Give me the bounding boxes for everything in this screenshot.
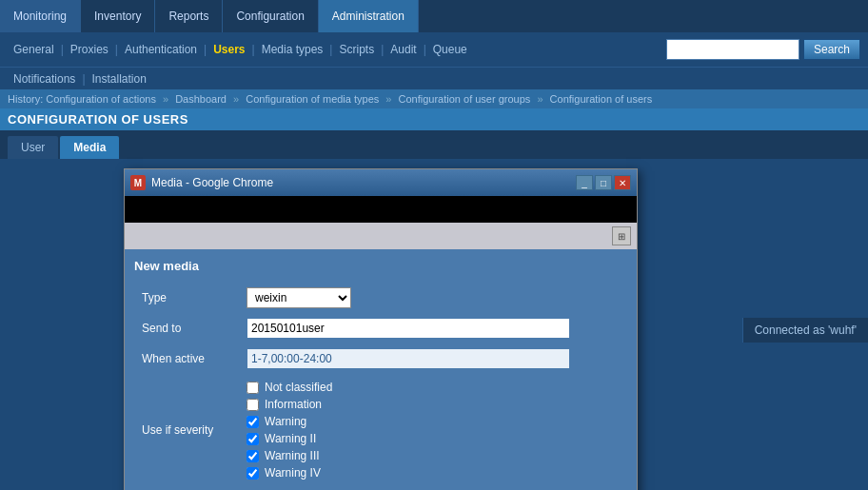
search-area: Search: [666, 39, 860, 60]
nav-reports[interactable]: Reports: [155, 0, 223, 32]
type-select[interactable]: weixin: [247, 287, 351, 308]
modal-title: Media - Google Chrome: [151, 176, 576, 189]
nav-audit[interactable]: Audit: [385, 43, 422, 56]
label-warning3: Warning III: [265, 449, 320, 462]
connected-as-text: Connected as 'wuhf': [755, 323, 857, 337]
modal-titlebar: M Media - Google Chrome _ □ ✕: [125, 169, 637, 196]
sendto-input[interactable]: [247, 318, 570, 339]
modal-toolbar: ⊞: [125, 223, 637, 249]
checkbox-warning2[interactable]: [247, 433, 259, 445]
nav-queue[interactable]: Queue: [427, 43, 473, 56]
severity-not-classified: Not classified: [247, 379, 620, 396]
nav-configuration[interactable]: Configuration: [223, 0, 318, 32]
type-control: weixin: [239, 283, 627, 313]
tab-user[interactable]: User: [8, 136, 58, 159]
whenactive-control: [239, 343, 627, 374]
sendto-label: Send to: [134, 313, 239, 343]
modal-close-button[interactable]: ✕: [614, 175, 631, 190]
modal-controls: _ □ ✕: [576, 175, 631, 190]
checkbox-not-classified[interactable]: [247, 382, 259, 394]
sendto-control: [239, 313, 627, 343]
severity-warning4: Warning IV: [247, 464, 620, 481]
form-row-type: Type weixin: [134, 283, 627, 313]
type-label: Type: [134, 283, 239, 313]
checkbox-warning3[interactable]: [247, 450, 259, 462]
nav-authentication[interactable]: Authentication: [119, 43, 203, 56]
label-not-classified: Not classified: [265, 381, 332, 394]
search-button[interactable]: Search: [803, 39, 860, 60]
redacted-bar: [125, 196, 637, 223]
checkbox-information[interactable]: [247, 399, 259, 411]
label-warning: Warning: [265, 415, 306, 428]
toolbar-icon[interactable]: ⊞: [612, 226, 631, 245]
nav-scripts[interactable]: Scripts: [333, 43, 380, 56]
modal-maximize-button[interactable]: □: [595, 175, 612, 190]
form-table: Type weixin Send to When active: [134, 283, 627, 490]
form-row-sendto: Send to: [134, 313, 627, 343]
nav-notifications[interactable]: Notifications: [8, 72, 81, 86]
severity-warning: Warning: [247, 413, 620, 430]
breadcrumb-user-groups[interactable]: Configuration of user groups: [399, 93, 531, 105]
whenactive-input[interactable]: [247, 348, 570, 369]
severity-warning2: Warning II: [247, 430, 620, 447]
main-content: M Media - Google Chrome _ □ ✕ ⊞ New medi…: [0, 159, 868, 490]
checkbox-warning[interactable]: [247, 416, 259, 428]
nav-monitoring[interactable]: Monitoring: [0, 0, 81, 32]
tab-media[interactable]: Media: [60, 136, 119, 159]
whenactive-label: When active: [134, 343, 239, 374]
severity-information: Information: [247, 396, 620, 413]
connected-bar: Connected as 'wuhf': [742, 318, 868, 343]
breadcrumb: History: Configuration of actions » Dash…: [0, 89, 868, 108]
media-modal: M Media - Google Chrome _ □ ✕ ⊞ New medi…: [124, 168, 638, 490]
form-row-status: Status EnabledDisabled: [134, 486, 627, 490]
modal-body: New media Type weixin Send to: [125, 249, 637, 490]
breadcrumb-users[interactable]: Configuration of users: [550, 93, 653, 105]
modal-minimize-button[interactable]: _: [576, 175, 593, 190]
form-row-whenactive: When active: [134, 343, 627, 374]
severity-label: Use if severity: [134, 374, 239, 486]
nav-inventory[interactable]: Inventory: [81, 0, 155, 32]
nav-general[interactable]: General: [8, 43, 60, 56]
nav-users[interactable]: Users: [207, 43, 250, 56]
nav-proxies[interactable]: Proxies: [65, 43, 114, 56]
page-title: CONFIGURATION OF USERS: [0, 108, 868, 130]
nav-administration[interactable]: Administration: [319, 0, 419, 32]
tab-bar: User Media: [0, 130, 868, 159]
nav-installation[interactable]: Installation: [87, 72, 152, 86]
severity-checkboxes: Not classified Information Warning: [239, 374, 627, 486]
breadcrumb-actions[interactable]: Configuration of actions: [46, 93, 156, 105]
second-nav: General | Proxies | Authentication | Use…: [0, 32, 868, 67]
checkbox-warning4[interactable]: [247, 467, 259, 480]
label-warning2: Warning II: [265, 432, 316, 445]
severity-warning3: Warning III: [247, 447, 620, 464]
top-nav: Monitoring Inventory Reports Configurati…: [0, 0, 868, 32]
breadcrumb-dashboard[interactable]: Dashboard: [175, 93, 227, 105]
form-row-severity: Use if severity Not classified Informati…: [134, 374, 627, 486]
label-information: Information: [265, 398, 322, 411]
modal-section-title: New media: [134, 259, 627, 273]
status-label: Status: [134, 486, 239, 490]
modal-browser-icon: M: [130, 175, 146, 190]
third-nav: Notifications | Installation: [0, 67, 868, 89]
breadcrumb-media-types[interactable]: Configuration of media types: [246, 93, 379, 105]
search-input[interactable]: [666, 39, 799, 60]
status-control: EnabledDisabled: [239, 486, 627, 490]
nav-media-types[interactable]: Media types: [256, 43, 329, 56]
label-warning4: Warning IV: [265, 466, 321, 480]
